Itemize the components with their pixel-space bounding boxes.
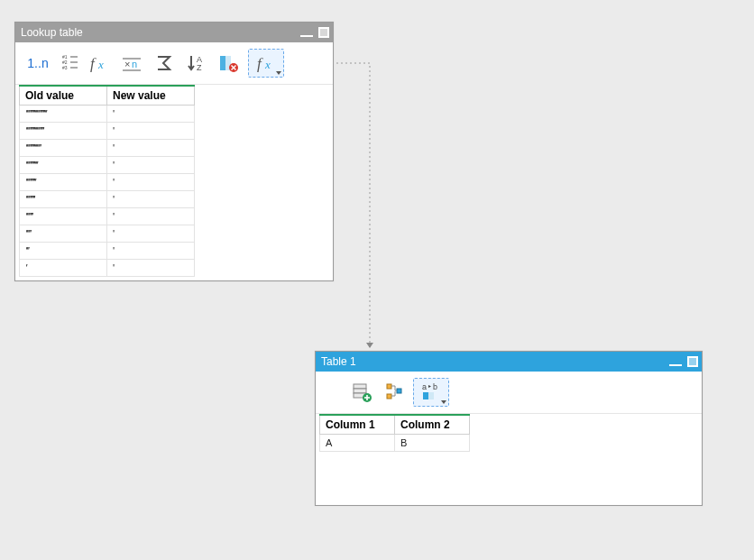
table-row: ''''''''''' — [20, 174, 195, 191]
delete-column-button[interactable] — [216, 50, 243, 77]
rename-col-button[interactable]: a ▸ b — [413, 378, 449, 407]
svg-rect-23 — [354, 389, 366, 393]
add-rows-button[interactable] — [348, 379, 375, 406]
table-row: '''''''''''''''''''''' — [20, 106, 195, 123]
table1-toolbar: a ▸ b — [316, 372, 702, 414]
table-row: '''''' — [20, 225, 195, 243]
svg-text:n: n — [132, 59, 137, 69]
table-row: '''''''''''''''' — [20, 140, 195, 157]
svg-text:x: x — [264, 58, 271, 71]
table1-titlebar[interactable]: Table 1 — [316, 352, 702, 372]
svg-text:f: f — [90, 55, 97, 72]
table-row: '' — [20, 260, 195, 277]
svg-text:x: x — [97, 58, 104, 71]
svg-rect-28 — [387, 384, 391, 389]
svg-text:×: × — [124, 59, 130, 69]
table-row: ''''''''''''''''''' — [20, 123, 195, 140]
svg-rect-22 — [354, 384, 366, 389]
svg-rect-30 — [397, 389, 401, 393]
table1-col2[interactable]: Column 2 — [395, 415, 470, 435]
num-list-icon[interactable]: #1 #2 #3 — [60, 50, 80, 77]
lookup-titlebar[interactable]: Lookup table — [15, 23, 333, 42]
table-row: '''''''''' — [20, 191, 195, 208]
table1-col1[interactable]: Column 1 — [320, 415, 395, 435]
sigma-button[interactable] — [151, 50, 178, 77]
structure-button[interactable] — [381, 379, 408, 406]
table-row: ''''''''''''' — [20, 157, 195, 174]
lookup-toolbar: 1..n #1 #2 #3 f x × — [15, 42, 333, 85]
fx-dropdown-button[interactable]: f x — [248, 49, 284, 78]
svg-text:f: f — [257, 55, 263, 72]
minimize-icon[interactable] — [669, 364, 682, 366]
svg-text:Z: Z — [197, 63, 202, 72]
svg-rect-34 — [423, 392, 428, 399]
lookup-col-old[interactable]: Old value — [20, 86, 107, 106]
svg-text:b: b — [433, 382, 437, 391]
svg-rect-29 — [387, 394, 391, 399]
svg-rect-35 — [428, 392, 434, 399]
table-row: '''' — [20, 243, 195, 260]
fx-button[interactable]: f x — [86, 50, 113, 77]
svg-rect-15 — [220, 56, 225, 70]
maximize-icon[interactable] — [687, 356, 698, 367]
maximize-icon[interactable] — [318, 27, 329, 38]
sequence-button[interactable]: 1..n — [21, 50, 55, 77]
lookup-title: Lookup table — [21, 26, 83, 39]
table1-panel: Table 1 — [315, 351, 703, 506]
table-row: A B — [320, 435, 470, 452]
lookup-col-new[interactable]: New value — [107, 86, 195, 106]
lookup-table[interactable]: Old value New value ''''''''''''''''''''… — [19, 85, 195, 277]
table-row: '''''''' — [20, 208, 195, 225]
table1-title: Table 1 — [321, 355, 356, 368]
minimize-icon[interactable] — [300, 35, 313, 37]
sort-az-button[interactable]: A Z — [183, 50, 210, 77]
svg-text:#3: #3 — [62, 65, 68, 70]
svg-text:▸: ▸ — [428, 383, 431, 389]
table1-table[interactable]: Column 1 Column 2 A B — [319, 414, 470, 452]
svg-text:a: a — [422, 382, 427, 391]
lookup-table-panel: Lookup table 1..n #1 #2 #3 — [14, 22, 334, 281]
xn-button[interactable]: × n — [118, 50, 145, 77]
